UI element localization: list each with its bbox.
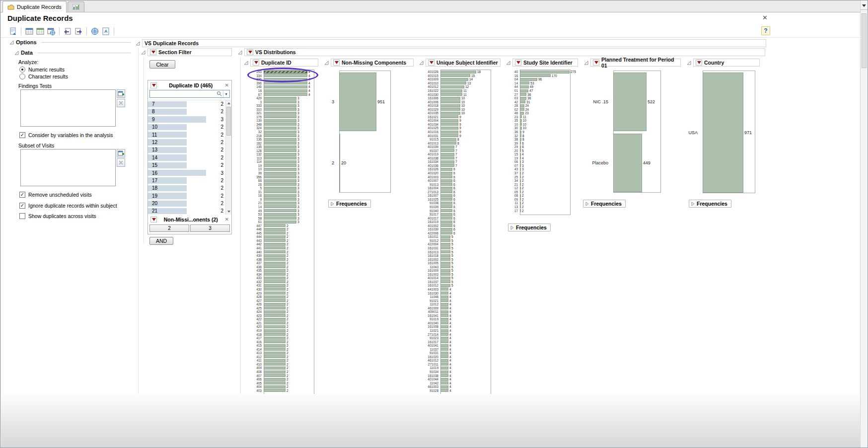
bar[interactable] bbox=[440, 187, 452, 190]
bar[interactable] bbox=[264, 172, 296, 175]
bar[interactable] bbox=[440, 235, 450, 238]
bar-row[interactable]: 4182 bbox=[248, 332, 318, 336]
bar[interactable] bbox=[440, 115, 458, 118]
bar[interactable] bbox=[440, 156, 454, 159]
bar[interactable] bbox=[520, 160, 521, 163]
bar[interactable] bbox=[520, 198, 521, 201]
bar-row[interactable]: 4272 bbox=[248, 299, 318, 302]
bar[interactable] bbox=[264, 246, 286, 249]
bar[interactable] bbox=[264, 292, 286, 295]
bar-row[interactable]: 4422 bbox=[248, 242, 318, 246]
panel-header-unique-subject[interactable]: Unique Subject Identifier bbox=[419, 59, 501, 67]
panel-header-planned-treatment[interactable]: Planned Treatment for Period 01 bbox=[584, 59, 681, 67]
bar-row[interactable]: 4010387 bbox=[421, 156, 494, 160]
bar[interactable] bbox=[440, 89, 462, 92]
bar-row[interactable]: 4010404 bbox=[421, 321, 494, 325]
bar-row[interactable]: 4172 bbox=[248, 336, 318, 340]
bar-row[interactable]: 4402 bbox=[248, 250, 318, 254]
bar-row[interactable]: 143 bbox=[248, 205, 318, 209]
bar-row[interactable]: 33 bbox=[248, 100, 318, 104]
bar-row[interactable]: 4252 bbox=[248, 306, 318, 310]
bar-row[interactable]: 110424 bbox=[421, 381, 494, 385]
filter-row[interactable]: 202 bbox=[148, 200, 225, 207]
remove-visits-button[interactable] bbox=[117, 158, 125, 167]
findings-tests-listbox[interactable] bbox=[20, 89, 116, 127]
bar-row[interactable]: 063 bbox=[510, 160, 579, 164]
bar-row[interactable]: 93 bbox=[248, 198, 318, 202]
bar-row[interactable]: 1610347 bbox=[421, 160, 494, 164]
bar[interactable] bbox=[440, 367, 448, 370]
bar-row[interactable]: 4010145 bbox=[421, 276, 494, 280]
bar[interactable] bbox=[440, 385, 448, 388]
bar-row[interactable]: 4282 bbox=[248, 295, 318, 299]
bar-row[interactable]: 40101810 bbox=[421, 104, 494, 108]
panel-header-duplicate-id[interactable]: Duplicate ID bbox=[244, 59, 318, 67]
bar-row[interactable]: 910377 bbox=[421, 149, 494, 152]
bar[interactable] bbox=[703, 73, 743, 193]
bar-row[interactable]: 1610125 bbox=[421, 284, 494, 288]
bar[interactable] bbox=[264, 205, 296, 208]
bar-row[interactable]: 1610084 bbox=[421, 325, 494, 329]
bar[interactable] bbox=[440, 363, 448, 366]
bar[interactable] bbox=[264, 183, 296, 186]
bar[interactable] bbox=[264, 97, 296, 100]
bar-row[interactable]: 40101515 bbox=[421, 74, 494, 78]
bar-row[interactable]: 193 bbox=[248, 164, 318, 168]
bar-row[interactable]: 1823 bbox=[248, 141, 318, 145]
bar-row[interactable]: 1610135 bbox=[421, 250, 494, 254]
bar-row[interactable]: 122 bbox=[510, 186, 579, 190]
bar-row[interactable]: 4162 bbox=[248, 340, 318, 344]
bar-row[interactable]: 073 bbox=[510, 164, 579, 168]
bar-row[interactable]: 212 bbox=[510, 182, 579, 186]
bar-row[interactable]: 296 bbox=[510, 145, 579, 149]
bar[interactable] bbox=[440, 146, 454, 149]
bar[interactable] bbox=[520, 168, 521, 171]
bar[interactable] bbox=[440, 205, 452, 208]
journal-forward-icon[interactable] bbox=[74, 27, 83, 36]
bar-row[interactable]: 3951 bbox=[328, 71, 394, 132]
bar[interactable] bbox=[440, 321, 448, 324]
bar-row[interactable]: 396 bbox=[510, 141, 579, 145]
bar[interactable] bbox=[440, 318, 448, 321]
bar-row[interactable]: 2736 bbox=[510, 92, 579, 96]
bar-row[interactable]: 4220045 bbox=[421, 242, 494, 246]
bar-row[interactable]: USA971 bbox=[675, 71, 760, 194]
bar-row[interactable]: 2710136 bbox=[421, 190, 494, 194]
panel-header-country[interactable]: Country bbox=[687, 59, 760, 67]
bar[interactable] bbox=[264, 258, 286, 261]
bar[interactable] bbox=[264, 228, 286, 231]
bar-row[interactable]: 1453 bbox=[510, 81, 579, 85]
bar-row[interactable]: 4412 bbox=[248, 246, 318, 250]
bar[interactable] bbox=[264, 160, 296, 163]
bar-row[interactable]: 1610219 bbox=[421, 115, 494, 119]
bar-row[interactable]: 363 bbox=[248, 171, 318, 175]
show-duplicates-checkbox[interactable]: Show duplicates across visits bbox=[19, 213, 96, 219]
bar[interactable] bbox=[264, 149, 296, 152]
bar[interactable] bbox=[264, 213, 296, 216]
red-triangle-menu[interactable] bbox=[253, 60, 259, 66]
bar[interactable] bbox=[264, 153, 296, 156]
bar[interactable] bbox=[440, 254, 450, 257]
bar-row[interactable]: 910396 bbox=[421, 205, 494, 209]
bar-row[interactable]: 4392 bbox=[248, 254, 318, 258]
bar-row[interactable]: 1753 bbox=[248, 115, 318, 119]
filter-row[interactable]: 102 bbox=[148, 123, 225, 131]
bar-row[interactable]: 613 bbox=[248, 220, 318, 224]
bar[interactable] bbox=[440, 348, 448, 351]
bar[interactable] bbox=[440, 314, 448, 317]
bar[interactable] bbox=[264, 168, 296, 171]
bar[interactable] bbox=[520, 209, 521, 212]
bar-row[interactable]: 4092 bbox=[248, 366, 318, 370]
bar[interactable] bbox=[264, 123, 296, 126]
red-triangle-menu[interactable] bbox=[150, 49, 156, 55]
bar[interactable] bbox=[440, 160, 454, 163]
bar[interactable] bbox=[440, 190, 452, 193]
bar[interactable] bbox=[520, 142, 521, 145]
clear-button[interactable]: Clear bbox=[149, 60, 175, 69]
bar[interactable] bbox=[264, 131, 296, 134]
bar-row[interactable]: 4202 bbox=[248, 325, 318, 329]
bar[interactable] bbox=[264, 348, 286, 351]
bar[interactable] bbox=[264, 325, 286, 328]
bar[interactable] bbox=[520, 172, 521, 175]
bar-row[interactable]: 1610185 bbox=[421, 254, 494, 258]
